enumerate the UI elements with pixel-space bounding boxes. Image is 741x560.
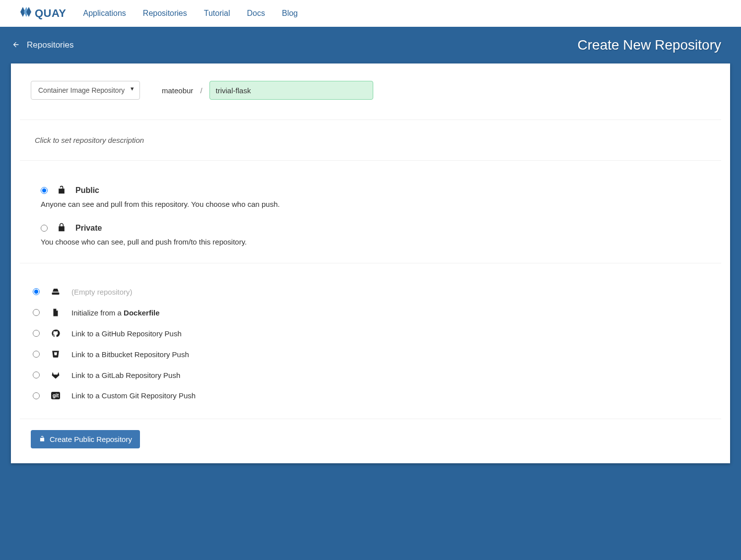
harddrive-icon [51,287,61,296]
description-placeholder[interactable]: Click to set repository description [35,136,144,144]
init-section: (Empty repository) Initialize from a Doc… [20,263,721,407]
create-repo-button-label: Create Public Repository [50,435,132,443]
init-gitlab-radio[interactable] [33,372,40,378]
brand-logo[interactable]: QUAY [20,6,67,21]
init-customgit: git Link to a Custom Git Repository Push [33,385,710,406]
init-dockerfile-prefix: Initialize from a [71,309,124,317]
back-arrow-icon[interactable] [12,41,20,50]
quay-logo-icon [20,6,32,21]
init-gitlab: Link to a GitLab Repository Push [33,365,710,385]
nav-docs[interactable]: Docs [247,9,265,18]
init-bitbucket-label: Link to a Bitbucket Repository Push [71,350,189,359]
init-bitbucket: Link to a Bitbucket Repository Push [33,344,710,365]
repo-name-input[interactable] [209,81,373,100]
visibility-private: Private You choose who can see, pull and… [41,222,710,246]
nav-applications[interactable]: Applications [83,9,126,18]
unlock-icon [57,185,67,196]
namespace-separator: / [200,86,202,95]
init-empty-radio[interactable] [33,288,40,295]
visibility-public-radio[interactable] [41,187,48,194]
brand-name: QUAY [35,7,67,20]
visibility-public: Public Anyone can see and pull from this… [41,185,710,208]
unlock-small-icon [39,435,46,443]
nav-repositories[interactable]: Repositories [143,9,187,18]
git-badge-text: git [51,392,60,399]
git-icon: git [51,392,61,399]
init-empty-label: (Empty repository) [71,288,133,296]
init-customgit-label: Link to a Custom Git Repository Push [71,391,196,400]
page-title: Create New Repository [578,37,721,53]
init-dockerfile: Initialize from a Dockerfile [33,302,710,323]
breadcrumb-repositories[interactable]: Repositories [27,40,74,50]
visibility-section: Public Anyone can see and pull from this… [20,161,721,263]
gitlab-icon [51,371,61,379]
visibility-private-label: Private [75,224,102,233]
create-repo-panel: Container Image Repository mateobur / Cl… [11,63,730,463]
top-nav: QUAY Applications Repositories Tutorial … [0,0,741,27]
page-subheader: Repositories Create New Repository [0,27,741,63]
nav-blog[interactable]: Blog [282,9,298,18]
bitbucket-icon [51,350,61,359]
init-dockerfile-label: Initialize from a Dockerfile [71,309,160,317]
init-gitlab-label: Link to a GitLab Repository Push [71,371,180,379]
visibility-private-radio[interactable] [41,225,48,232]
description-section: Click to set repository description [20,120,721,161]
visibility-public-desc: Anyone can see and pull from this reposi… [41,200,710,208]
init-github-label: Link to a GitHub Repository Push [71,329,182,338]
file-icon [51,308,61,317]
init-dockerfile-radio[interactable] [33,309,40,316]
init-github: Link to a GitHub Repository Push [33,323,710,344]
visibility-public-label: Public [75,186,99,195]
nav-tutorial[interactable]: Tutorial [204,9,230,18]
init-github-radio[interactable] [33,330,40,337]
init-bitbucket-radio[interactable] [33,351,40,358]
panel-footer: Create Public Repository [20,419,721,448]
lock-icon [57,222,67,234]
init-dockerfile-bold: Dockerfile [124,309,160,317]
repo-type-select[interactable]: Container Image Repository [31,81,140,100]
init-empty: (Empty repository) [33,281,710,302]
visibility-private-desc: You choose who can see, pull and push fr… [41,238,710,246]
namespace-label: mateobur [162,86,193,95]
create-repo-button[interactable]: Create Public Repository [31,430,140,448]
github-icon [51,329,61,338]
repo-type-select-wrap: Container Image Repository [31,81,140,100]
init-customgit-radio[interactable] [33,392,40,399]
